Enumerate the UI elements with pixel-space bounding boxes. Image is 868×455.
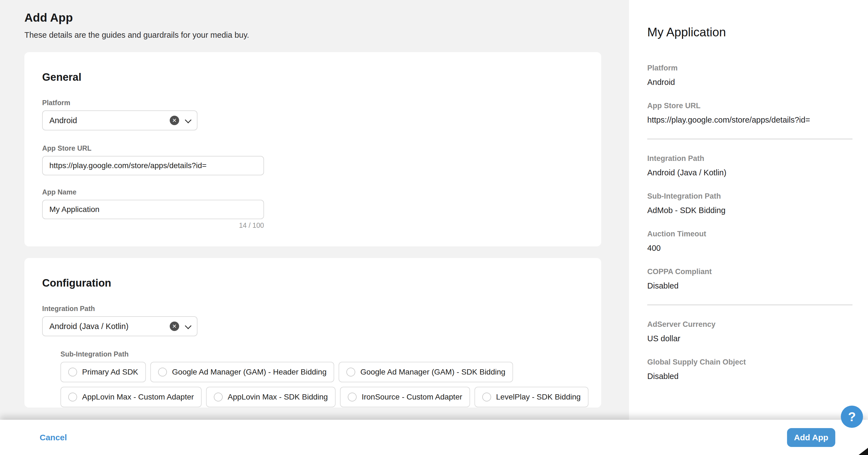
sub-integration-option-applovin-sdk-bidding[interactable]: AppLovin Max - SDK Bidding [206, 387, 336, 407]
summary-field-coppa-compliant: COPPA Compliant Disabled [647, 267, 864, 291]
app-store-url-field-group: App Store URL [42, 144, 584, 175]
sub-integration-option-levelplay-sdk-bidding[interactable]: LevelPlay - SDK Bidding [474, 387, 588, 407]
summary-value: https://play.google.com/store/apps/detai… [647, 115, 864, 125]
general-heading: General [42, 70, 584, 84]
chip-label: Primary Ad SDK [82, 368, 138, 376]
radio-unselected-icon [68, 393, 77, 401]
radio-unselected-icon [214, 393, 223, 401]
add-app-button[interactable]: Add App [787, 428, 835, 447]
cancel-button[interactable]: Cancel [40, 433, 67, 442]
page-header: Add App These details are the guides and… [24, 11, 601, 40]
summary-value: US dollar [647, 333, 864, 343]
summary-field-adserver-currency: AdServer Currency US dollar [647, 320, 864, 343]
radio-unselected-icon [482, 393, 491, 401]
summary-label: Platform [647, 63, 864, 73]
configuration-heading: Configuration [42, 276, 584, 290]
main-form-area: Add App These details are the guides and… [0, 0, 629, 455]
sub-integration-option-gam-sdk-bidding[interactable]: Google Ad Manager (GAM) - SDK Bidding [339, 362, 513, 382]
bottom-action-bar: Cancel Add App [0, 420, 868, 455]
sub-integration-path-label: Sub-Integration Path [60, 350, 584, 359]
summary-label: Global Supply Chain Object [647, 357, 864, 367]
platform-label: Platform [42, 98, 584, 107]
summary-value: Disabled [647, 371, 864, 381]
question-mark-icon: ? [848, 409, 856, 424]
radio-unselected-icon [348, 393, 356, 401]
summary-field-sub-integration-path: Sub-Integration Path AdMob - SDK Bidding [647, 191, 864, 215]
clear-icon[interactable]: ✕ [170, 322, 179, 331]
integration-path-select[interactable]: Android (Java / Kotlin) ✕ [42, 316, 197, 336]
chip-label: IronSource - Custom Adapter [362, 393, 462, 401]
chip-label: AppLovin Max - SDK Bidding [228, 393, 328, 401]
page-title: Add App [24, 11, 601, 24]
app-name-label: App Name [42, 187, 584, 196]
integration-path-label: Integration Path [42, 304, 584, 313]
platform-field-group: Platform Android ✕ [42, 98, 584, 130]
app-name-field-group: App Name 14 / 100 [42, 187, 584, 230]
sub-integration-option-gam-header-bidding[interactable]: Google Ad Manager (GAM) - Header Bidding [150, 362, 334, 382]
chip-label: AppLovin Max - Custom Adapter [82, 393, 194, 401]
app-store-url-input[interactable] [42, 156, 264, 175]
summary-field-app-store-url: App Store URL https://play.google.com/st… [647, 101, 864, 125]
summary-title: My Application [647, 24, 868, 40]
summary-label: Sub-Integration Path [647, 191, 864, 201]
radio-unselected-icon [346, 368, 355, 376]
sub-integration-option-applovin-custom-adapter[interactable]: AppLovin Max - Custom Adapter [60, 387, 202, 407]
app-name-input[interactable] [42, 200, 264, 219]
sub-integration-option-primary-ad-sdk[interactable]: Primary Ad SDK [60, 362, 146, 382]
radio-unselected-icon [158, 368, 167, 376]
integration-path-field-group: Integration Path Android (Java / Kotlin)… [42, 304, 584, 336]
summary-field-integration-path: Integration Path Android (Java / Kotlin) [647, 154, 864, 178]
app-name-char-counter: 14 / 100 [42, 221, 264, 230]
app-store-url-label: App Store URL [42, 144, 584, 153]
chevron-down-icon [185, 117, 191, 122]
platform-select[interactable]: Android ✕ [42, 111, 197, 130]
chevron-down-icon [185, 323, 191, 328]
summary-value: 400 [647, 243, 864, 253]
clear-icon[interactable]: ✕ [170, 116, 179, 125]
mouse-cursor [859, 448, 868, 455]
chip-label: LevelPlay - SDK Bidding [496, 393, 581, 401]
page-subtitle: These details are the guides and guardra… [24, 31, 601, 40]
summary-label: App Store URL [647, 101, 864, 111]
summary-label: COPPA Compliant [647, 267, 864, 276]
summary-divider [647, 305, 852, 305]
sub-integration-option-ironsource-custom-adapter[interactable]: IronSource - Custom Adapter [340, 387, 470, 407]
platform-select-value: Android [49, 116, 170, 125]
integration-path-select-value: Android (Java / Kotlin) [49, 322, 170, 331]
sub-integration-path-section: Sub-Integration Path Primary Ad SDK Goog… [60, 350, 584, 407]
summary-value: Android [647, 77, 864, 87]
chip-label: Google Ad Manager (GAM) - SDK Bidding [360, 368, 505, 376]
summary-value: Disabled [647, 281, 864, 291]
radio-unselected-icon [68, 368, 77, 376]
general-card: General Platform Android ✕ App Store URL… [24, 52, 601, 246]
sub-integration-options: Primary Ad SDK Google Ad Manager (GAM) -… [60, 362, 584, 407]
chip-label: Google Ad Manager (GAM) - Header Bidding [172, 368, 327, 376]
help-button[interactable]: ? [841, 405, 863, 428]
summary-value: AdMob - SDK Bidding [647, 205, 864, 215]
summary-field-platform: Platform Android [647, 63, 864, 87]
configuration-card: Configuration Integration Path Android (… [24, 258, 601, 407]
summary-value: Android (Java / Kotlin) [647, 168, 864, 178]
add-app-page: Add App These details are the guides and… [0, 0, 868, 455]
summary-field-auction-timeout: Auction Timeout 400 [647, 229, 864, 253]
summary-field-global-supply-chain: Global Supply Chain Object Disabled [647, 357, 864, 381]
summary-sidebar: My Application Platform Android App Stor… [629, 0, 868, 455]
summary-label: Integration Path [647, 154, 864, 163]
summary-label: Auction Timeout [647, 229, 864, 239]
summary-label: AdServer Currency [647, 320, 864, 329]
summary-divider [647, 139, 852, 139]
